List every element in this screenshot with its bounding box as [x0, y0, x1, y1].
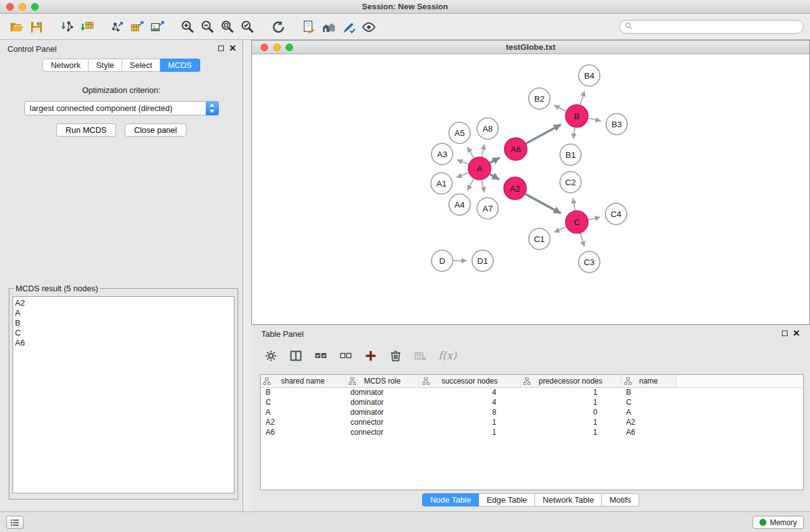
graph-node-B1[interactable]: B1: [560, 144, 581, 165]
edge-A-A4[interactable]: [468, 179, 474, 191]
network-minimize-button[interactable]: [273, 44, 281, 51]
close-panel-button[interactable]: Close panel: [125, 123, 186, 137]
export-table-icon[interactable]: [127, 17, 147, 37]
network-maximize-button[interactable]: [286, 44, 293, 51]
tab-node-table[interactable]: Node Table: [422, 493, 480, 506]
optimization-criterion-dropdown[interactable]: largest connected component (directed): [24, 101, 219, 115]
edge-B-B1[interactable]: [573, 128, 575, 139]
table-row[interactable]: A2connector11A2: [261, 417, 803, 427]
graph-node-B3[interactable]: B3: [606, 114, 627, 135]
select-all-icon[interactable]: [311, 346, 330, 365]
unselect-all-icon[interactable]: [336, 346, 355, 365]
list-item[interactable]: A: [15, 308, 234, 318]
tab-network[interactable]: Network: [42, 59, 89, 72]
list-item[interactable]: A2: [15, 298, 234, 308]
minimize-window-button[interactable]: [19, 3, 26, 11]
table-close-panel-icon[interactable]: ✕: [793, 328, 800, 338]
graph-node-C4[interactable]: C4: [605, 203, 627, 225]
export-network-icon[interactable]: [107, 17, 127, 37]
search-input[interactable]: [636, 22, 798, 32]
graph-node-D1[interactable]: D1: [472, 250, 493, 271]
edge-A-A2[interactable]: [490, 174, 499, 180]
float-panel-icon[interactable]: [218, 46, 224, 51]
close-panel-icon[interactable]: ✕: [229, 43, 236, 53]
search-field[interactable]: [619, 20, 804, 34]
list-item[interactable]: C: [15, 328, 234, 338]
column-header[interactable]: shared name: [261, 375, 345, 387]
home-icon[interactable]: [319, 17, 339, 37]
tab-motifs[interactable]: Motifs: [602, 493, 639, 506]
tab-select[interactable]: Select: [122, 59, 160, 72]
mcds-result-list[interactable]: A2ABCA6: [12, 296, 234, 493]
gear-icon[interactable]: [261, 346, 280, 365]
table-row[interactable]: Cdominator41C: [261, 397, 803, 407]
graph-node-A6[interactable]: A6: [504, 138, 527, 160]
zoom-out-icon[interactable]: [198, 17, 218, 37]
import-table-icon[interactable]: [77, 17, 97, 37]
table-row[interactable]: Bdominator41B: [261, 387, 803, 397]
style-brush-icon[interactable]: [339, 17, 359, 37]
zoom-selected-icon[interactable]: [238, 17, 258, 37]
zoom-fit-icon[interactable]: [218, 17, 238, 37]
tab-network-table[interactable]: Network Table: [535, 493, 602, 506]
graph-node-C[interactable]: C: [566, 211, 588, 233]
run-mcds-button[interactable]: Run MCDS: [56, 123, 116, 137]
delete-row-icon[interactable]: [386, 346, 405, 365]
save-icon[interactable]: [26, 17, 46, 37]
graph-node-A8[interactable]: A8: [477, 118, 498, 139]
table-row[interactable]: Adominator80A: [261, 407, 803, 417]
close-window-button[interactable]: [6, 3, 14, 11]
edge-A-A7[interactable]: [482, 180, 485, 193]
graph-node-C2[interactable]: C2: [560, 172, 581, 193]
graph-node-A4[interactable]: A4: [449, 194, 470, 215]
edge-C-C3[interactable]: [581, 233, 585, 246]
edge-C-C4[interactable]: [589, 217, 600, 220]
list-item[interactable]: B: [15, 318, 234, 328]
edge-B-B3[interactable]: [589, 118, 601, 121]
graph-node-A3[interactable]: A3: [432, 143, 453, 165]
column-header[interactable]: MCDS role: [345, 375, 419, 387]
graph-node-D[interactable]: D: [432, 250, 453, 271]
tab-style[interactable]: Style: [89, 59, 122, 72]
graph-node-A7[interactable]: A7: [477, 198, 498, 219]
edge-B-B2[interactable]: [554, 105, 566, 111]
graph-node-B4[interactable]: B4: [579, 65, 600, 86]
graph-node-B[interactable]: B: [566, 105, 588, 127]
memory-button[interactable]: Memory: [753, 516, 804, 529]
edge-A-A1[interactable]: [456, 173, 468, 178]
graph-node-A1[interactable]: A1: [431, 173, 452, 194]
import-network-icon[interactable]: [57, 17, 77, 37]
graph-node-B2[interactable]: B2: [529, 88, 550, 109]
edge-B-B4[interactable]: [581, 91, 585, 105]
column-header[interactable]: name: [621, 375, 676, 387]
tab-mcds[interactable]: MCDS: [160, 59, 200, 72]
graph-node-A2[interactable]: A2: [504, 177, 526, 200]
tab-edge-table[interactable]: Edge Table: [479, 493, 535, 506]
refresh-icon[interactable]: [268, 17, 288, 37]
column-header[interactable]: predecessor nodes: [520, 375, 621, 387]
edge-A-A6[interactable]: [490, 158, 500, 163]
list-item[interactable]: A6: [15, 338, 234, 348]
column-header[interactable]: successor nodes: [419, 375, 520, 387]
edge-A2-C[interactable]: [526, 194, 561, 213]
delete-table-icon[interactable]: [411, 346, 430, 365]
graph-node-A5[interactable]: A5: [449, 122, 470, 143]
open-folder-icon[interactable]: [6, 17, 26, 37]
graph-node-C3[interactable]: C3: [579, 251, 600, 273]
function-builder-icon[interactable]: f(x): [438, 349, 456, 362]
edge-C-C2[interactable]: [573, 198, 575, 211]
edge-A6-B[interactable]: [526, 125, 561, 143]
zoom-in-icon[interactable]: [178, 17, 198, 37]
network-graph[interactable]: B4B2BB3A5A8A6B1A3AC2A1A2A4A7C4CC1C3DD1: [252, 55, 809, 324]
graph-node-C1[interactable]: C1: [529, 228, 550, 249]
add-row-icon[interactable]: [361, 346, 380, 365]
columns-icon[interactable]: [286, 346, 305, 365]
edge-C-C1[interactable]: [554, 227, 566, 233]
edge-A-A8[interactable]: [482, 145, 485, 157]
edge-A-A5[interactable]: [468, 147, 474, 158]
edge-A-A3[interactable]: [457, 160, 468, 164]
maximize-window-button[interactable]: [31, 3, 39, 11]
task-history-button[interactable]: [6, 516, 24, 529]
network-view-icon[interactable]: [299, 17, 319, 37]
graph-node-A[interactable]: A: [468, 157, 491, 180]
